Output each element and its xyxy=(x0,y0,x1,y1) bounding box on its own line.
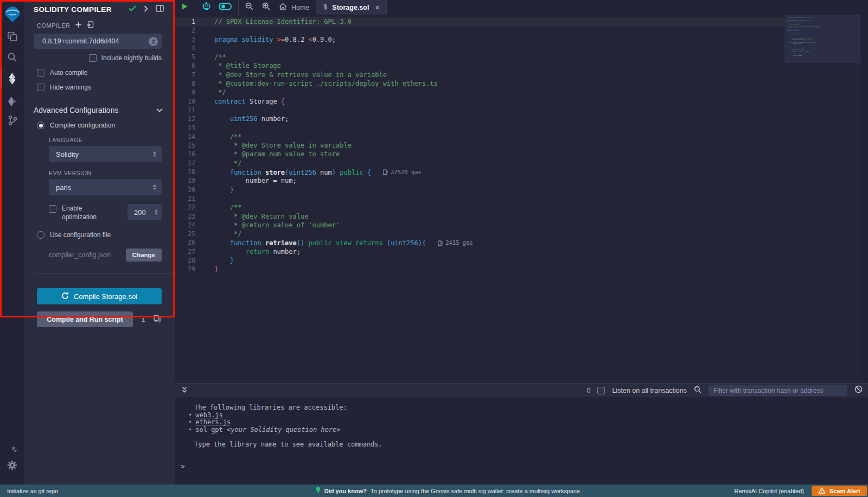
line-number: 25 xyxy=(175,230,202,238)
tab-storage-sol[interactable]: Storage.sol × xyxy=(316,0,386,15)
use-configuration-file-label: Use configuration file xyxy=(50,231,111,239)
git-icon[interactable] xyxy=(0,111,24,130)
code-line[interactable]: /** xyxy=(214,53,781,61)
editor-code: // SPDX-License-Identifier: GPL-3.0pragm… xyxy=(214,17,781,274)
enable-optimization-checkbox[interactable] xyxy=(49,205,56,213)
line-number: 6 xyxy=(175,61,202,70)
library-link[interactable]: web3.js xyxy=(195,411,223,419)
code-editor[interactable]: 1234567891011121314151617181920212223242… xyxy=(175,15,868,383)
code-line[interactable]: /** xyxy=(214,203,781,212)
compiler-configuration-radio[interactable] xyxy=(37,122,44,129)
git-init-status[interactable]: Initialize as git repo xyxy=(0,488,163,494)
close-tab-icon[interactable]: × xyxy=(375,3,379,12)
add-custom-compiler-icon[interactable] xyxy=(75,22,81,29)
compile-and-run-button[interactable]: Compile and Run script xyxy=(37,311,133,327)
code-line[interactable] xyxy=(214,106,781,114)
transaction-filter-input[interactable] xyxy=(709,385,847,396)
active-tab-label: Storage.sol xyxy=(332,4,369,11)
code-line[interactable]: * @dev Store & retrieve value in a varia… xyxy=(214,71,781,79)
code-line[interactable]: } xyxy=(214,186,781,194)
search-icon[interactable] xyxy=(0,48,24,66)
code-line[interactable]: } xyxy=(214,265,781,273)
code-line[interactable]: uint256 number; xyxy=(214,114,781,123)
split-view-icon[interactable] xyxy=(156,5,164,14)
code-line[interactable]: * @title Storage xyxy=(214,61,781,70)
code-line[interactable]: * @return value of 'number' xyxy=(214,221,781,230)
code-line[interactable] xyxy=(214,26,781,35)
code-line[interactable]: /** xyxy=(214,132,781,141)
line-number: 27 xyxy=(175,247,202,256)
code-line[interactable]: */ xyxy=(214,88,781,97)
remix-logo-icon[interactable] xyxy=(0,4,24,24)
deploy-run-icon[interactable] xyxy=(0,92,24,111)
open-compiler-file-icon[interactable] xyxy=(87,21,94,29)
gas-estimate-annotation: 22520 gas xyxy=(383,168,422,176)
copilot-status[interactable]: RemixAI Copilot (enabled) xyxy=(735,488,804,494)
line-number: 29 xyxy=(175,265,202,273)
compiler-version-value: 0.8.19+commit.7dd6d404 xyxy=(42,37,149,45)
code-line[interactable]: * @dev Return value xyxy=(214,212,781,221)
file-explorer-icon[interactable] xyxy=(0,27,24,46)
code-line[interactable]: * @param num value to store xyxy=(214,150,781,158)
terminal-prompt[interactable]: > xyxy=(181,462,185,470)
info-icon[interactable]: i xyxy=(141,315,145,323)
solidity-compiler-icon[interactable] xyxy=(0,69,24,88)
terminal-intro-line: The following libraries are accessible: xyxy=(194,404,868,412)
code-line[interactable]: number = num; xyxy=(214,176,781,185)
run-script-play-icon[interactable] xyxy=(181,3,188,12)
scam-alert-badge[interactable]: Scam Alert xyxy=(812,486,867,496)
tab-home[interactable]: Home xyxy=(279,3,309,12)
hide-warnings-checkbox[interactable] xyxy=(37,84,44,91)
compile-button[interactable]: Compile Storage.sol xyxy=(37,288,162,304)
line-number: 10 xyxy=(175,97,202,106)
code-line[interactable]: } xyxy=(214,256,781,265)
clear-filter-block-icon[interactable] xyxy=(854,385,863,396)
use-configuration-file-radio[interactable] xyxy=(37,231,44,239)
language-value: Solidity xyxy=(56,150,153,158)
collapse-terminal-chevrons-icon[interactable] xyxy=(181,386,188,396)
forward-chevron-icon[interactable] xyxy=(144,5,148,14)
code-line[interactable]: * @custom:dev-run-script ./scripts/deplo… xyxy=(214,79,781,88)
library-link[interactable]: ethers.js xyxy=(195,418,231,426)
code-line[interactable]: contract Storage { xyxy=(214,97,781,106)
listen-all-transactions-checkbox[interactable] xyxy=(597,387,605,394)
line-number: 21 xyxy=(175,194,202,203)
compiler-section-label: COMPILER xyxy=(37,22,70,29)
editor-scrollbar[interactable] xyxy=(861,15,868,383)
optimization-runs-stepper[interactable]: 200 xyxy=(127,204,162,220)
code-line[interactable]: * @dev Store value in variable xyxy=(214,141,781,150)
code-line[interactable]: */ xyxy=(214,230,781,238)
code-line[interactable] xyxy=(214,194,781,203)
nightly-builds-checkbox[interactable] xyxy=(89,54,97,62)
code-line[interactable]: */ xyxy=(214,159,781,168)
line-number: 23 xyxy=(175,212,202,221)
change-config-button[interactable]: Change xyxy=(126,248,162,262)
minimap[interactable]: // SPDX-License-Identifier: GPL-3.0pragm… xyxy=(784,16,860,63)
code-line[interactable]: // SPDX-License-Identifier: GPL-3.0 xyxy=(175,17,815,26)
language-select[interactable]: Solidity xyxy=(49,146,162,162)
scam-alert-label: Scam Alert xyxy=(829,488,860,494)
line-number: 24 xyxy=(175,221,202,230)
copy-icon[interactable] xyxy=(154,315,161,324)
zoom-in-icon[interactable] xyxy=(262,2,270,12)
code-line[interactable] xyxy=(214,124,781,132)
code-line[interactable]: return number; xyxy=(214,247,781,256)
terminal-search-icon[interactable] xyxy=(694,386,701,396)
code-line[interactable]: function store(uint256 num) public {2252… xyxy=(214,168,781,176)
code-line[interactable]: pragma solidity >=0.8.2 <0.9.0; xyxy=(214,35,781,44)
zoom-out-icon[interactable] xyxy=(245,2,253,12)
settings-gear-icon[interactable] xyxy=(0,456,24,474)
line-number: 8 xyxy=(175,79,202,88)
advanced-configurations-header[interactable]: Advanced Configurations xyxy=(24,94,175,117)
evm-version-select[interactable]: paris xyxy=(49,179,162,195)
ai-assistant-robot-icon[interactable] xyxy=(202,2,211,13)
auto-compile-checkbox[interactable] xyxy=(37,69,44,77)
main-workspace: Home Storage.sol × 123456789101112131415… xyxy=(175,0,868,485)
ai-copilot-toggle-icon[interactable] xyxy=(219,3,232,12)
line-number: 19 xyxy=(175,176,202,185)
select-updown-icon xyxy=(153,184,156,190)
code-line[interactable]: function retrieve() public view returns … xyxy=(214,238,781,247)
line-number: 9 xyxy=(175,88,202,97)
compiler-version-select[interactable]: 0.8.19+commit.7dd6d404 xyxy=(34,34,162,49)
code-line[interactable] xyxy=(214,44,781,53)
